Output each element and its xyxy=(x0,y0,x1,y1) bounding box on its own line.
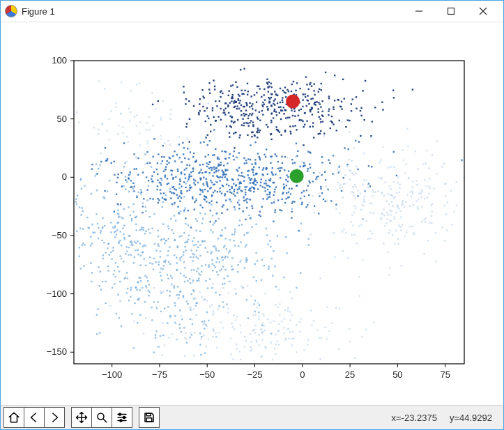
svg-rect-940 xyxy=(224,176,226,178)
svg-rect-1168 xyxy=(126,272,128,273)
svg-rect-477 xyxy=(211,200,212,201)
svg-rect-1401 xyxy=(195,218,197,220)
svg-rect-1488 xyxy=(82,210,84,212)
svg-rect-621 xyxy=(179,201,181,202)
svg-rect-1476 xyxy=(139,229,141,231)
svg-rect-2186 xyxy=(194,332,195,333)
svg-rect-1787 xyxy=(385,181,386,183)
svg-rect-545 xyxy=(213,171,215,173)
svg-rect-1257 xyxy=(222,301,223,302)
svg-rect-2019 xyxy=(281,321,282,322)
svg-rect-248 xyxy=(247,91,249,92)
svg-rect-33 xyxy=(311,86,312,87)
svg-rect-1407 xyxy=(267,244,268,245)
zoom-button[interactable] xyxy=(91,407,112,428)
svg-rect-2157 xyxy=(303,349,305,351)
svg-rect-137 xyxy=(247,123,248,124)
svg-rect-1736 xyxy=(394,218,395,220)
svg-rect-494 xyxy=(213,184,214,185)
pan-button[interactable] xyxy=(71,407,92,428)
svg-rect-1300 xyxy=(215,247,217,249)
svg-rect-2003 xyxy=(208,102,209,104)
svg-rect-1751 xyxy=(429,178,430,179)
svg-rect-1320 xyxy=(224,227,226,229)
svg-rect-1829 xyxy=(389,229,390,231)
svg-rect-2119 xyxy=(263,325,264,326)
svg-rect-1895 xyxy=(428,167,429,169)
svg-rect-473 xyxy=(148,180,149,181)
svg-rect-1453 xyxy=(190,249,192,251)
svg-rect-1489 xyxy=(115,262,116,263)
svg-rect-74 xyxy=(252,121,254,123)
svg-rect-2142 xyxy=(251,341,252,342)
svg-rect-2064 xyxy=(331,323,333,324)
svg-rect-1639 xyxy=(134,302,135,304)
svg-rect-381 xyxy=(210,130,211,132)
svg-rect-2205 xyxy=(209,306,211,307)
svg-rect-1662 xyxy=(130,296,131,298)
home-button[interactable] xyxy=(3,407,24,428)
svg-rect-750 xyxy=(291,187,292,189)
configure-button[interactable] xyxy=(112,407,132,428)
svg-rect-551 xyxy=(207,144,208,146)
svg-rect-1391 xyxy=(274,266,275,267)
svg-rect-44 xyxy=(246,105,247,106)
back-button[interactable] xyxy=(24,407,45,428)
svg-rect-1581 xyxy=(91,193,92,194)
svg-rect-1125 xyxy=(102,226,103,228)
svg-rect-369 xyxy=(263,94,264,95)
svg-rect-116 xyxy=(273,110,275,112)
svg-rect-2211 xyxy=(190,307,192,308)
svg-rect-2037 xyxy=(252,314,254,316)
svg-rect-798 xyxy=(329,162,330,164)
svg-rect-90 xyxy=(296,82,298,84)
svg-rect-1502 xyxy=(135,242,137,243)
forward-button[interactable] xyxy=(44,407,65,428)
svg-rect-1724 xyxy=(398,192,399,193)
svg-rect-207 xyxy=(303,93,304,95)
save-button[interactable] xyxy=(139,407,160,428)
svg-rect-1577 xyxy=(89,227,90,229)
svg-rect-417 xyxy=(234,132,236,133)
svg-rect-269 xyxy=(283,113,284,114)
svg-rect-867 xyxy=(218,158,220,160)
minimize-button[interactable] xyxy=(403,1,435,22)
svg-rect-485 xyxy=(181,161,182,162)
svg-rect-47 xyxy=(243,68,245,69)
svg-rect-1730 xyxy=(378,177,379,178)
svg-rect-319 xyxy=(257,130,259,131)
svg-rect-723 xyxy=(307,151,309,153)
svg-text:50: 50 xyxy=(57,114,67,124)
svg-rect-1796 xyxy=(399,184,400,185)
svg-rect-563 xyxy=(266,148,267,150)
maximize-button[interactable] xyxy=(435,1,467,22)
svg-rect-340 xyxy=(393,97,395,98)
svg-rect-793 xyxy=(255,174,257,175)
svg-rect-1973 xyxy=(110,110,112,112)
plot-canvas[interactable]: −100−75−50−250255075−150−100−50050100 xyxy=(1,22,503,405)
svg-rect-721 xyxy=(259,159,261,160)
svg-rect-961 xyxy=(215,148,216,150)
svg-rect-839 xyxy=(265,190,266,192)
svg-rect-1095 xyxy=(183,232,185,233)
svg-rect-1792 xyxy=(397,182,398,183)
svg-rect-273 xyxy=(279,112,280,114)
svg-rect-1355 xyxy=(234,229,236,230)
svg-rect-697 xyxy=(250,180,251,181)
svg-rect-371 xyxy=(185,126,187,128)
svg-rect-1254 xyxy=(142,202,143,204)
svg-rect-438 xyxy=(199,98,201,100)
svg-rect-1804 xyxy=(431,222,432,224)
svg-rect-925 xyxy=(271,171,273,173)
svg-rect-556 xyxy=(249,187,250,189)
svg-rect-1480 xyxy=(110,231,112,233)
svg-rect-1578 xyxy=(144,153,146,155)
svg-rect-955 xyxy=(210,210,211,211)
svg-rect-1353 xyxy=(264,265,265,266)
close-button[interactable] xyxy=(467,1,499,22)
svg-rect-1141 xyxy=(130,289,131,291)
svg-rect-1843 xyxy=(421,221,422,222)
svg-rect-615 xyxy=(252,208,253,209)
svg-rect-1043 xyxy=(123,142,125,144)
svg-rect-1653 xyxy=(189,318,190,320)
